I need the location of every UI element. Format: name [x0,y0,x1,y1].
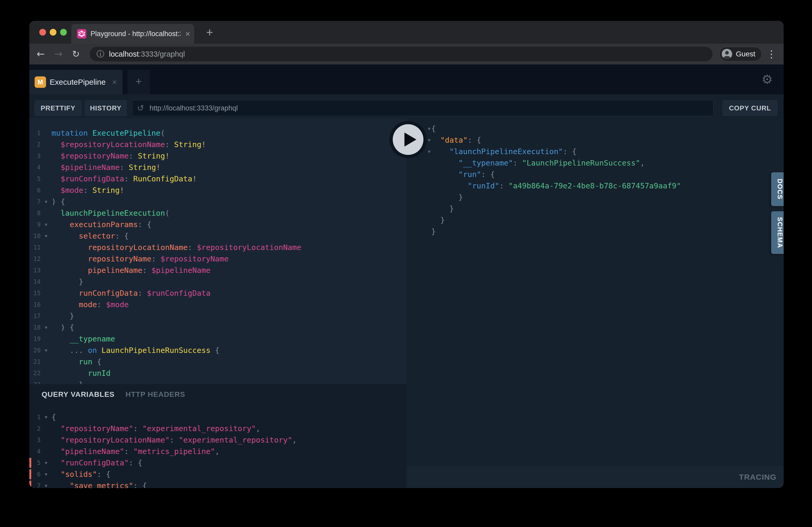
code-text: mutation ExecutePipeline( [52,127,165,139]
fold-caret-icon[interactable]: ▾ [43,322,49,333]
code-line[interactable]: ▾{ [407,123,784,134]
code-line[interactable]: 23 } [29,379,407,384]
line-number: 16 [29,299,41,311]
code-line[interactable]: 12 repositoryName: $repositoryName [29,253,407,265]
prettify-button[interactable]: PRETTIFY [34,100,82,116]
fold-caret-icon[interactable]: ▾ [43,345,49,356]
code-line[interactable]: 20▾ ... on LaunchPipelineRunSuccess { [29,345,407,356]
new-tab-button[interactable]: + [201,24,218,41]
session-close-icon[interactable]: × [112,70,117,94]
code-line[interactable]: 9▾ executionParams: { [29,219,407,230]
code-line[interactable]: 2 $repositoryLocationName: String! [29,139,407,150]
fold-caret-icon[interactable]: ▾ [43,219,49,230]
code-line[interactable]: 1mutation ExecutePipeline( [29,127,407,139]
browser-menu-icon[interactable]: ⋮ [767,44,777,64]
code-line[interactable]: "runId": "a49b864a-79e2-4be8-b78c-687457… [407,180,784,192]
fold-caret-icon[interactable]: ▾ [43,480,49,488]
code-line[interactable]: 21 run { [29,356,407,367]
tab-query-variables[interactable]: QUERY VARIABLES [42,390,115,398]
endpoint-input[interactable] [149,100,696,116]
code-text: "repositoryLocationName": "experimental_… [52,434,297,446]
query-editor-pane[interactable]: 1mutation ExecutePipeline(2 $repositoryL… [29,118,407,384]
code-line[interactable]: 6 $mode: String! [29,184,407,196]
line-number: 10 [29,230,41,242]
window-minimize-button[interactable] [50,29,56,35]
code-line[interactable]: } [407,214,784,226]
tab-close-icon[interactable]: × [185,24,190,44]
code-line[interactable]: 2 "repositoryName": "experimental_reposi… [29,423,407,434]
window-zoom-button[interactable] [60,29,67,35]
docs-tab[interactable]: DOCS [771,172,784,206]
code-line[interactable]: 8 launchPipelineExecution( [29,207,407,219]
code-text: } [52,310,74,322]
line-number: 1 [29,411,41,423]
code-line[interactable]: "run": { [407,169,784,180]
code-line[interactable]: } [407,226,784,237]
line-number: 5 [29,457,41,469]
code-line[interactable]: ▾ "launchPipelineExecution": { [407,146,784,157]
address-bar[interactable]: ⓘ localhost:3333/graphql [90,47,713,61]
code-line[interactable]: 4 $pipelineName: String! [29,162,407,173]
back-icon[interactable]: ← [37,44,45,64]
fold-caret-icon[interactable]: ▾ [43,457,49,468]
reload-icon[interactable]: ↻ [72,44,79,64]
code-line[interactable]: 16 mode: $mode [29,299,407,310]
code-line[interactable]: 18▾ ) { [29,322,407,333]
code-text: "pipelineName": "metrics_pipeline", [52,446,219,457]
profile-button[interactable]: Guest [720,47,762,61]
session-tab-title: ExecutePipeline [50,70,106,94]
fold-caret-icon[interactable]: ▾ [43,230,49,242]
code-line[interactable]: 15 runConfigData: $runConfigData [29,287,407,299]
site-info-icon[interactable]: ⓘ [97,47,104,61]
tab-http-headers[interactable]: HTTP HEADERS [126,390,185,398]
code-line[interactable]: 10▾ selector: { [29,230,407,242]
forward-icon[interactable]: → [54,44,62,64]
code-line[interactable]: } [407,203,784,214]
code-line[interactable]: } [407,192,784,203]
tracing-label[interactable]: TRACING [739,466,777,488]
execute-button[interactable] [389,121,427,158]
restore-endpoint-icon[interactable]: ↺ [137,100,144,116]
code-line[interactable]: ▾ "data": { [407,134,784,146]
fold-caret-icon[interactable]: ▾ [43,411,49,423]
copy-curl-button[interactable]: COPY CURL [722,100,778,116]
code-line[interactable]: 6▾ "solids": { [29,468,407,480]
code-text: } [52,276,83,287]
code-line[interactable]: 19 __typename [29,333,407,345]
code-line[interactable]: "__typename": "LaunchPipelineRunSuccess"… [407,157,784,169]
add-session-button[interactable]: + [128,70,150,94]
code-line[interactable]: 7▾ "save_metrics": { [29,480,407,488]
code-line[interactable]: 3 "repositoryLocationName": "experimenta… [29,434,407,446]
line-number: 6 [29,184,41,196]
play-icon [404,133,416,147]
code-line[interactable]: 14 } [29,276,407,287]
response-pane[interactable]: ▾{▾ "data": {▾ "launchPipelineExecution"… [407,118,784,466]
session-tab-executepipeline[interactable]: M ExecutePipeline × [29,70,122,94]
code-text: $mode: String! [52,184,124,196]
code-line[interactable]: 5 $runConfigData: RunConfigData! [29,173,407,184]
browser-tab[interactable]: Playground - http://localhost:3 × [71,24,194,44]
window-close-button[interactable] [39,29,46,35]
fold-caret-icon[interactable]: ▾ [43,468,49,480]
endpoint-field[interactable]: ↺ [132,100,713,116]
code-line[interactable]: 13 pipelineName: $pipelineName [29,265,407,276]
query-editor[interactable]: 1mutation ExecutePipeline(2 $repositoryL… [29,127,407,384]
code-line[interactable]: 5▾ "runConfigData": { [29,457,407,468]
code-line[interactable]: 17 } [29,310,407,322]
code-line[interactable]: 1▾{ [29,411,407,423]
response-viewer: ▾{▾ "data": {▾ "launchPipelineExecution"… [407,123,784,237]
code-line[interactable]: 4 "pipelineName": "metrics_pipeline", [29,446,407,457]
schema-tab[interactable]: SCHEMA [771,211,784,254]
tracing-panel[interactable]: TRACING [407,466,784,488]
history-button[interactable]: HISTORY [85,100,127,116]
code-line[interactable]: 7▾) { [29,196,407,207]
code-text: ) { [52,322,74,333]
code-line[interactable]: 3 $repositoryName: String! [29,150,407,162]
fold-caret-icon[interactable]: ▾ [43,196,49,207]
settings-gear-icon[interactable]: ⚙ [762,64,773,94]
code-line[interactable]: 11 repositoryLocationName: $repositoryLo… [29,242,407,253]
variables-editor[interactable]: 1▾{2 "repositoryName": "experimental_rep… [29,411,407,488]
variables-pane[interactable]: QUERY VARIABLES HTTP HEADERS 1▾{2 "repos… [29,384,407,488]
playground-toolbar: PRETTIFY HISTORY ↺ COPY CURL [29,94,784,118]
code-line[interactable]: 22 runId [29,367,407,379]
